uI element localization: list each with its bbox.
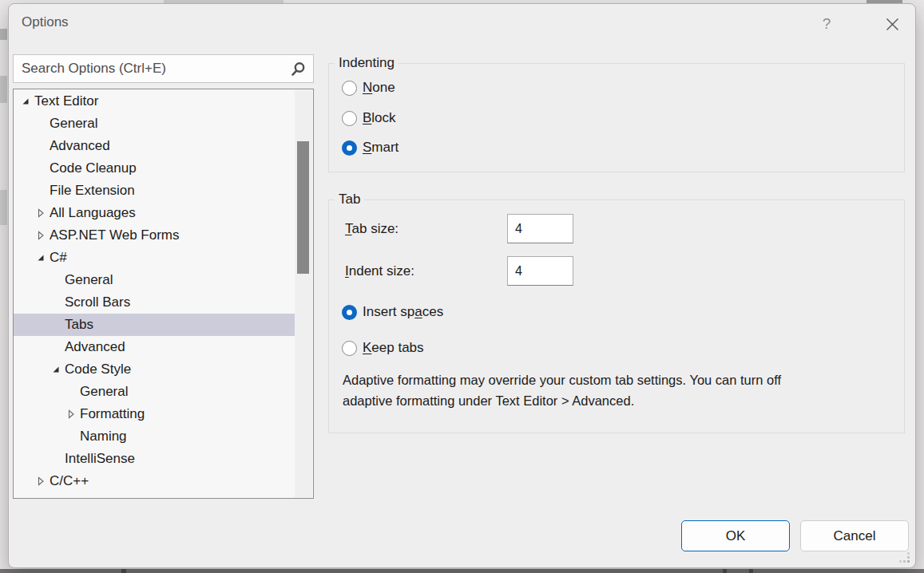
tree-expander-icon[interactable]	[34, 140, 46, 152]
indent-size-input[interactable]	[507, 256, 573, 286]
tab-size-input[interactable]	[507, 214, 573, 243]
tree-item[interactable]: C/C++	[14, 470, 295, 492]
tree-item[interactable]: Text Editor	[14, 90, 295, 113]
tree-item[interactable]: Code Style	[14, 358, 295, 381]
cancel-button[interactable]: Cancel	[800, 520, 909, 551]
tree-item-label: All Languages	[50, 205, 136, 221]
tree-item-label: Scroll Bars	[65, 294, 130, 310]
radio-option-label: Insert spaces	[363, 304, 443, 320]
background-window-fragment	[0, 29, 7, 40]
tree-item[interactable]: Tabs	[14, 314, 295, 336]
tree-item-label: General	[80, 384, 128, 400]
radio-icon[interactable]	[342, 140, 357, 156]
tree-item[interactable]: C#	[14, 247, 295, 269]
tree-expander-icon[interactable]	[34, 476, 46, 488]
tree-item-label: Formatting	[80, 406, 145, 422]
tree-expander-icon[interactable]	[34, 118, 46, 130]
help-icon: ?	[823, 15, 831, 33]
tree-expander-icon[interactable]	[50, 319, 61, 331]
background-window-fragment	[723, 569, 727, 573]
radio-option[interactable]: Keep tabs	[342, 339, 424, 357]
indenting-group-legend: Indenting	[335, 55, 399, 71]
radio-option[interactable]: None	[342, 79, 395, 97]
help-button[interactable]: ?	[814, 12, 839, 36]
background-window-fragment	[749, 569, 753, 573]
tree-item[interactable]: IntelliSense	[14, 448, 295, 470]
tree-item[interactable]: Formatting	[14, 403, 295, 425]
radio-option-label: Block	[363, 110, 396, 126]
tree-expander-icon[interactable]	[50, 364, 61, 376]
radio-icon[interactable]	[342, 111, 357, 126]
radio-option[interactable]: Block	[342, 109, 396, 127]
tree-item-label: Code Cleanup	[50, 160, 137, 176]
radio-icon[interactable]	[342, 81, 357, 96]
tree-item[interactable]: File Extension	[14, 180, 295, 202]
tree-item[interactable]: Code Cleanup	[14, 157, 295, 180]
tab-group: Tab Tab size: Indent size: Insert spaces…	[328, 200, 905, 433]
tree-expander-icon[interactable]	[34, 163, 46, 175]
tree-scrollbar[interactable]	[295, 90, 312, 498]
tree-item-label: Advanced	[65, 339, 125, 355]
tree-expander-icon[interactable]	[34, 207, 46, 219]
radio-option-label: Keep tabs	[363, 340, 424, 356]
tree-item-label: Text Editor	[34, 93, 98, 109]
background-window-fragment	[0, 76, 7, 103]
tree-item[interactable]: Advanced	[14, 336, 295, 358]
tree-item-label: Code Style	[65, 362, 131, 377]
adaptive-formatting-note: Adaptive formatting may override your cu…	[343, 369, 894, 411]
scrollbar-thumb[interactable]	[297, 141, 309, 274]
tree-expander-icon[interactable]	[65, 386, 77, 398]
tree-item-label: Advanced	[50, 138, 110, 154]
tree-item[interactable]: ASP.NET Web Forms	[14, 224, 295, 247]
search-box	[13, 54, 314, 83]
tree-item[interactable]: General	[14, 113, 295, 135]
tree-item-label: Tabs	[65, 317, 93, 333]
ok-button[interactable]: OK	[681, 520, 790, 551]
options-dialog: Options ?	[8, 3, 916, 568]
indenting-group: Indenting None Block Smart	[328, 63, 905, 172]
tree-expander-icon[interactable]	[50, 297, 61, 309]
tree-expander-icon[interactable]	[50, 453, 61, 465]
resize-grip[interactable]	[899, 552, 910, 563]
close-button[interactable]	[876, 11, 908, 37]
tree-expander-icon[interactable]	[19, 96, 31, 108]
tree-item[interactable]: General	[14, 269, 295, 291]
background-window-fragment	[0, 190, 7, 225]
tree-expander-icon[interactable]	[50, 275, 61, 286]
tree-item-label: Naming	[80, 429, 127, 445]
tree-rows: Text Editor General Advanced	[14, 90, 313, 492]
tree-expander-icon[interactable]	[34, 252, 46, 264]
tree-item-label: ASP.NET Web Forms	[50, 227, 180, 243]
dialog-title: Options	[22, 14, 69, 30]
tab-size-label: Tab size:	[345, 221, 399, 237]
tree-item-label: General	[50, 116, 97, 132]
radio-icon[interactable]	[342, 305, 357, 320]
background-window-fragment	[121, 569, 126, 573]
radio-icon[interactable]	[342, 341, 357, 356]
tree-expander-icon[interactable]	[50, 342, 61, 354]
radio-option-label: None	[363, 80, 395, 96]
tab-group-legend: Tab	[335, 192, 364, 207]
tree-item[interactable]: General	[14, 381, 295, 403]
tree-item[interactable]: Scroll Bars	[14, 291, 295, 314]
tree-expander-icon[interactable]	[34, 185, 46, 197]
options-tree: Text Editor General Advanced	[13, 89, 314, 499]
radio-option[interactable]: Smart	[342, 139, 399, 156]
note-line-1: Adaptive formatting may override your cu…	[343, 369, 894, 390]
tree-item[interactable]: Advanced	[14, 135, 295, 157]
tree-item-label: C#	[50, 250, 67, 266]
tree-expander-icon[interactable]	[34, 230, 46, 242]
titlebar: Options ?	[9, 4, 915, 45]
tree-item-label: IntelliSense	[65, 451, 135, 467]
tree-expander-icon[interactable]	[65, 409, 77, 421]
radio-option[interactable]: Insert spaces	[342, 303, 443, 321]
tree-item[interactable]: Naming	[14, 425, 295, 448]
tree-expander-icon[interactable]	[65, 431, 77, 443]
tree-item[interactable]: All Languages	[14, 202, 295, 224]
search-input[interactable]	[14, 55, 313, 82]
indent-size-label: Indent size:	[345, 263, 414, 279]
radio-option-label: Smart	[363, 140, 399, 156]
search-icon[interactable]	[289, 61, 307, 78]
tree-item-label: General	[65, 272, 113, 288]
tree-item-label: C/C++	[50, 473, 89, 489]
